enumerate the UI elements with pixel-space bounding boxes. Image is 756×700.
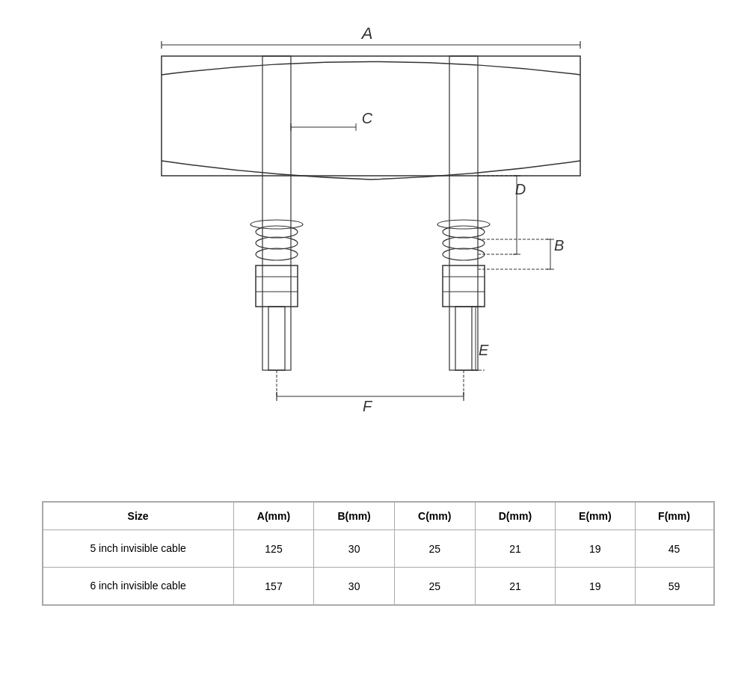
row1-b: 30: [314, 530, 395, 568]
svg-text:E: E: [479, 342, 489, 358]
dimensions-table: Size A(mm) B(mm) C(mm) D(mm) E(mm) F(mm)…: [42, 501, 715, 606]
col-header-f: F(mm): [635, 503, 713, 530]
col-header-a: A(mm): [233, 503, 314, 530]
table-row: 5 inch invisible cable 125 30 25 21 19 4…: [43, 530, 713, 568]
svg-point-36: [437, 220, 490, 229]
row1-d: 21: [475, 530, 556, 568]
row1-c: 25: [394, 530, 475, 568]
svg-text:B: B: [554, 237, 564, 254]
svg-rect-38: [455, 307, 472, 370]
row1-size: 5 inch invisible cable: [43, 530, 233, 568]
col-header-b: B(mm): [314, 503, 395, 530]
svg-rect-6: [449, 56, 478, 370]
row2-d: 21: [475, 568, 556, 605]
svg-point-24: [256, 237, 298, 249]
svg-text:F: F: [362, 398, 372, 414]
svg-point-29: [251, 220, 303, 229]
col-header-d: D(mm): [475, 503, 556, 530]
row2-e: 19: [556, 568, 635, 605]
svg-point-25: [256, 248, 298, 260]
row2-f: 59: [635, 568, 713, 605]
svg-text:C: C: [361, 110, 372, 126]
row2-c: 25: [394, 568, 475, 605]
svg-rect-5: [262, 56, 291, 370]
col-header-c: C(mm): [394, 503, 475, 530]
row1-f: 45: [635, 530, 713, 568]
col-header-e: E(mm): [556, 503, 635, 530]
technical-diagram: A C D B: [42, 15, 715, 479]
row2-a: 157: [233, 568, 314, 605]
col-header-size: Size: [43, 503, 233, 530]
svg-rect-37: [268, 307, 285, 370]
table-row: 6 inch invisible cable 157 30 25 21 19 5…: [43, 568, 713, 605]
row1-e: 19: [556, 530, 635, 568]
row1-a: 125: [233, 530, 314, 568]
row2-b: 30: [314, 568, 395, 605]
svg-rect-26: [256, 265, 298, 307]
row2-size: 6 inch invisible cable: [43, 568, 233, 605]
svg-text:A: A: [360, 24, 372, 43]
